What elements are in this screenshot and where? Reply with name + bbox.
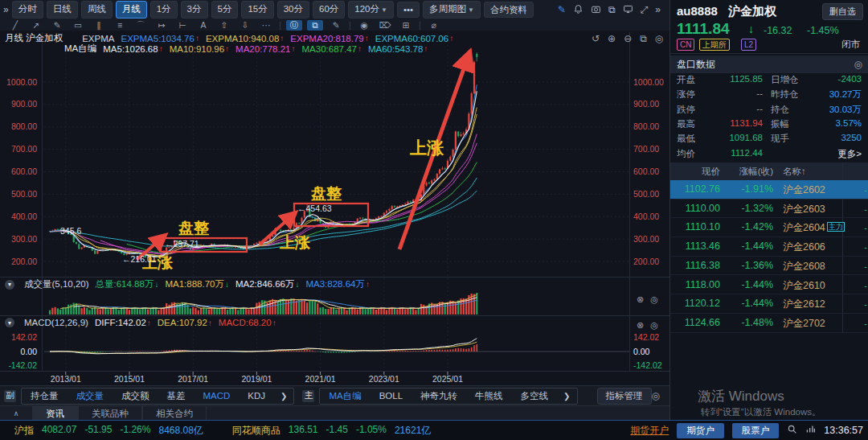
gann-lines-tool-icon[interactable]: ≡ <box>109 20 130 31</box>
period-button-3分[interactable]: 3分 <box>181 1 208 19</box>
arrow-up-tool-icon[interactable]: ⇧ <box>214 20 235 31</box>
col-pct[interactable]: 涨幅(收) <box>723 166 773 178</box>
account-button-股票户[interactable]: 股票户 <box>732 423 780 438</box>
measure-tool-icon[interactable]: ⌀ <box>424 20 444 31</box>
arrow-down-tool-icon[interactable]: ⇩ <box>235 20 256 31</box>
close-volume-icon[interactable]: ⊗ <box>637 294 644 305</box>
parallel-lines-tool-icon[interactable]: ∥ <box>88 20 109 31</box>
multi-window-icon[interactable]: ⧉ <box>608 5 616 14</box>
more-tools-icon[interactable]: ⋯ <box>256 20 276 31</box>
fullscreen-icon[interactable]: ⤢ <box>641 5 649 14</box>
collapse-macd-icon[interactable]: ▼ <box>5 318 14 327</box>
indicator-tab-MACD[interactable]: MACD <box>194 389 239 402</box>
contracts-table-header: 现价 涨幅(收) 名称↑ <box>670 162 868 180</box>
col-name[interactable]: 名称↑ <box>783 166 806 178</box>
more-chevron-icon[interactable]: » <box>655 5 661 14</box>
zoom-out-icon[interactable]: ⊖ <box>624 33 632 44</box>
indicator-tab-牛熊线[interactable]: 牛熊线 <box>466 389 512 404</box>
svg-text:500.00: 500.00 <box>11 189 37 199</box>
legend-value: MA60:543.78 <box>368 44 423 54</box>
chart-region[interactable]: 2013/012015/012017/012019/012021/012023/… <box>0 31 669 386</box>
delete-draw-tool-icon[interactable]: ⌦ <box>375 20 395 31</box>
period-button-1分[interactable]: 1分 <box>150 1 178 19</box>
polyline-tool-icon[interactable]: ✎ <box>47 20 68 31</box>
search-icon[interactable] <box>787 423 797 438</box>
fan-lines-tool-icon[interactable]: ⌒ <box>130 20 151 31</box>
period-button-分时[interactable]: 分时 <box>12 1 43 19</box>
contract-row-沪金2604[interactable]: 1110.10 -1.42% 沪金2604主力 - <box>670 218 868 237</box>
chart-settings-icon[interactable]: ◎ <box>655 33 663 44</box>
multi-period-button[interactable]: 多周期图▼ <box>423 1 481 19</box>
indicator-tab-神奇九转[interactable]: 神奇九转 <box>411 389 466 404</box>
monitor-icon[interactable] <box>623 4 633 16</box>
draw-pencil-icon[interactable]: ✎ <box>558 5 566 14</box>
magnet-tool-icon[interactable]: Ⓤ <box>286 20 302 31</box>
pankou-settings-icon[interactable]: ◎ <box>854 59 862 70</box>
edit-draw-tool-icon[interactable]: ✎ <box>326 20 346 31</box>
signal-icon[interactable] <box>805 423 816 438</box>
duplicate-draw-tool-icon[interactable]: ⧉ <box>307 20 323 31</box>
restore-icon[interactable]: ⧉ <box>640 33 647 44</box>
contract-row-沪金2610[interactable]: 1118.00 -1.44% 沪金2610 - <box>670 276 868 295</box>
period-button-30分[interactable]: 30分 <box>277 1 309 19</box>
bottom-tab-资讯[interactable]: 资讯 <box>32 406 78 421</box>
contract-row-沪金2702[interactable]: 1124.66 -1.48% 沪金2702 - <box>670 314 868 333</box>
pankou-more-link[interactable]: 更多> <box>837 148 862 160</box>
bell-icon[interactable] <box>573 4 583 16</box>
period-button-120分[interactable]: 120分▼ <box>348 1 394 19</box>
chart-canvas[interactable]: 2013/012015/012017/012019/012021/012023/… <box>0 31 669 386</box>
indicator-tab-持仓量[interactable]: 持仓量 <box>22 389 68 404</box>
contract-pct: -1.48% <box>725 317 773 328</box>
col-price[interactable]: 现价 <box>656 166 720 178</box>
bottom-tab-关联品种[interactable]: 关联品种 <box>78 406 142 421</box>
indicator-tab-MA自编[interactable]: MA自编 <box>320 389 370 404</box>
close-macd-icon[interactable]: ⊗ <box>637 320 644 331</box>
legend-value: MA5:1026.68 <box>103 44 158 54</box>
pankou-label: 持仓 <box>771 104 789 116</box>
period-button-60分[interactable]: 60分 <box>313 1 345 19</box>
legend-value: DEA:107.92 <box>158 318 207 327</box>
indicator-tab-成交量[interactable]: 成交量 <box>67 389 113 404</box>
indicator-tab-BOLL[interactable]: BOLL <box>371 389 411 402</box>
period-button-日线[interactable]: 日线 <box>47 1 78 19</box>
collapse-panel-icon[interactable]: ∧ <box>0 406 32 421</box>
period-button-月线[interactable]: 月线 <box>116 1 147 19</box>
period-button-5分[interactable]: 5分 <box>211 1 239 19</box>
period-button-周线[interactable]: 周线 <box>81 1 113 19</box>
trend-line-tool-icon[interactable]: ╱ <box>5 20 26 31</box>
screenshot-icon[interactable] <box>591 4 601 16</box>
collapse-volume-icon[interactable]: ▼ <box>5 280 14 290</box>
chevron-right-icon[interactable]: ❯ <box>274 392 293 401</box>
contract-row-沪金2602[interactable]: 1102.76 -1.91% 沪金2602 - <box>670 180 868 199</box>
svg-text:200.00: 200.00 <box>11 257 37 266</box>
indicator-tab-KDJ[interactable]: KDJ <box>239 389 274 402</box>
contract-info-button[interactable]: 合约资料 <box>484 2 534 18</box>
account-button-期货户[interactable]: 期货户 <box>677 423 724 438</box>
layout-tool-icon[interactable]: ⊞ <box>395 20 416 31</box>
contract-row-沪金2608[interactable]: 1116.38 -1.36% 沪金2608 - <box>670 257 868 276</box>
more-periods-button[interactable]: ••• <box>397 2 420 18</box>
indicator-settings-icon[interactable]: ◎ <box>652 390 660 401</box>
bottom-tab-相关合约[interactable]: 相关合约 <box>142 406 207 421</box>
vertical-line-tool-icon[interactable]: ⊢ <box>172 20 193 31</box>
text-tool-icon[interactable]: A <box>193 20 214 31</box>
arrow-line-tool-icon[interactable]: ↗ <box>26 20 47 31</box>
visibility-tool-icon[interactable]: ◉ <box>354 20 375 31</box>
legend-value: MA3:828.64万 <box>305 278 365 290</box>
indicator-tab-成交额[interactable]: 成交额 <box>113 389 158 404</box>
remove-watchlist-button[interactable]: 删自选 <box>822 3 863 20</box>
contract-row-沪金2603[interactable]: 1110.00 -1.32% 沪金2603 - <box>670 199 868 219</box>
ray-line-tool-icon[interactable]: ↦ <box>151 20 172 31</box>
futures-open-account-link[interactable]: 期货开户 <box>630 424 669 438</box>
contract-row-沪金2606[interactable]: 1113.46 -1.44% 沪金2606 - <box>670 237 868 257</box>
contract-row-沪金2612[interactable]: 1120.12 -1.44% 沪金2612 - <box>670 294 868 314</box>
undo-icon[interactable]: ↺ <box>592 33 600 44</box>
indicator-tab-基差[interactable]: 基差 <box>158 389 194 404</box>
period-button-15分[interactable]: 15分 <box>241 1 273 19</box>
chevron-right-icon[interactable]: ❯ <box>557 392 576 401</box>
rectangle-tool-icon[interactable]: ▭ <box>68 20 88 31</box>
indicator-tab-多空线[interactable]: 多空线 <box>512 389 558 404</box>
indicator-manage-button[interactable]: 指标管理 <box>597 388 652 405</box>
expand-left-icon[interactable]: » <box>3 5 9 14</box>
zoom-in-icon[interactable]: ⊕ <box>608 33 616 44</box>
